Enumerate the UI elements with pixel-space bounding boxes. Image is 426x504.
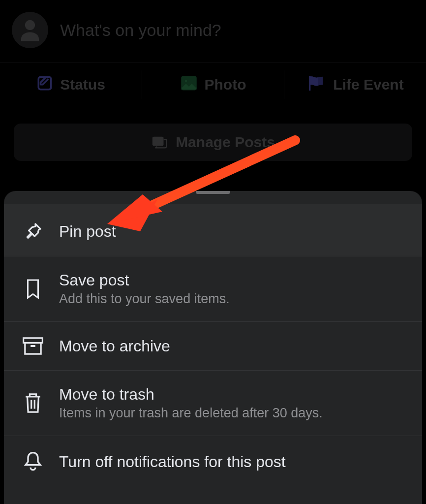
menu-item-label: Move to archive: [59, 337, 170, 355]
menu-item-save[interactable]: Save post Add this to your saved items.: [4, 256, 422, 322]
menu-item-sub: Items in your trash are deleted after 30…: [59, 406, 323, 421]
status-button[interactable]: Status: [0, 63, 142, 107]
composer-placeholder[interactable]: What's on your mind?: [60, 21, 221, 40]
avatar[interactable]: [12, 12, 48, 48]
menu-item-sub: Add this to your saved items.: [59, 291, 230, 307]
menu-item-label: Turn off notifications for this post: [59, 453, 286, 471]
silhouette-icon: [17, 17, 43, 43]
manage-icon: [151, 134, 168, 151]
bottom-sheet: Pin post Save post Add this to your save…: [4, 191, 422, 504]
pin-icon: [22, 221, 44, 241]
manage-posts-button[interactable]: Manage Posts: [14, 124, 412, 161]
post-actions-menu: Pin post Save post Add this to your save…: [4, 191, 422, 487]
svg-point-2: [184, 79, 187, 82]
composer-actions: Status Photo Life Event: [0, 63, 426, 107]
manage-posts-wrap: Manage Posts: [0, 107, 426, 180]
bell-icon: [22, 451, 44, 472]
trash-icon: [22, 392, 44, 414]
menu-item-label: Move to trash: [59, 385, 323, 404]
photo-button[interactable]: Photo: [142, 63, 284, 107]
status-icon: [36, 75, 53, 95]
photo-icon: [180, 74, 198, 95]
status-label: Status: [60, 76, 105, 93]
sheet-handle[interactable]: [196, 191, 230, 194]
menu-item-trash[interactable]: Move to trash Items in your trash are de…: [4, 371, 422, 436]
svg-rect-6: [154, 143, 159, 144]
svg-rect-4: [154, 139, 157, 140]
photo-label: Photo: [205, 76, 246, 93]
flag-icon: [306, 73, 326, 96]
svg-rect-5: [154, 141, 160, 142]
archive-icon: [22, 337, 44, 355]
menu-item-pin[interactable]: Pin post: [4, 204, 422, 256]
composer-row[interactable]: What's on your mind?: [0, 0, 426, 63]
life-event-button[interactable]: Life Event: [284, 63, 426, 107]
bookmark-icon: [22, 278, 44, 300]
menu-item-archive[interactable]: Move to archive: [4, 322, 422, 371]
menu-item-label: Pin post: [59, 222, 116, 241]
manage-posts-label: Manage Posts: [176, 134, 275, 151]
menu-item-notifications[interactable]: Turn off notifications for this post: [4, 436, 422, 487]
menu-item-label: Save post: [59, 271, 230, 289]
life-event-label: Life Event: [333, 76, 403, 93]
svg-rect-8: [25, 343, 41, 354]
